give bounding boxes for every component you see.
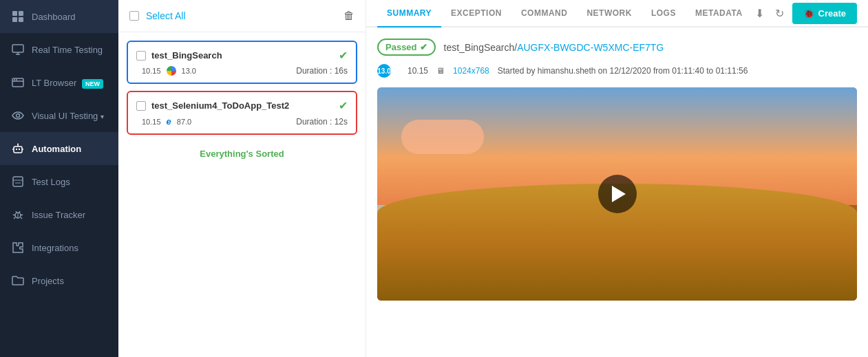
test-item-1[interactable]: test_BingSearch ✔ 10.15 13.0 Duration : … [127, 41, 357, 84]
sidebar-item-label-lt-browser: LT Browser NEW [32, 78, 103, 88]
svg-line-26 [14, 217, 15, 219]
svg-rect-19 [13, 177, 23, 186]
detail-tabs: SUMMARY EXCEPTION COMMAND NETWORK LOGS M… [366, 0, 868, 28]
sidebar-item-issue-tracker[interactable]: Issue Tracker [0, 198, 118, 231]
cloud-left [401, 120, 484, 154]
sidebar-item-projects[interactable]: Projects [0, 264, 118, 297]
sidebar-item-label-issue-tracker: Issue Tracker [32, 210, 85, 220]
test-item-2-os-version: 10.15 [142, 118, 161, 126]
svg-rect-4 [12, 45, 23, 52]
sidebar-item-label-automation: Automation [32, 144, 81, 154]
bug-create-icon: 🐞 [803, 8, 814, 19]
svg-point-11 [17, 114, 20, 118]
svg-rect-0 [12, 11, 17, 16]
eye-icon [11, 109, 25, 122]
everything-sorted-text: Everything's Sorted [127, 142, 357, 166]
chrome-icon-1 [167, 66, 176, 76]
sidebar-item-dashboard[interactable]: Dashboard [0, 0, 118, 33]
sidebar-item-lt-browser[interactable]: LT Browser NEW [0, 66, 118, 99]
sidebar-item-automation[interactable]: Automation [0, 132, 118, 165]
sidebar-item-label-real-time-testing: Real Time Testing [32, 45, 103, 55]
test-item-2-browser-version: 87.0 [177, 118, 191, 126]
svg-line-25 [21, 215, 23, 215]
test-item-1-status-icon: ✔ [339, 49, 348, 62]
test-item-1-os-version: 10.15 [142, 67, 161, 75]
test-result-meta: 13.0 10.15 🖥 1024x768 Started by himansh… [377, 64, 857, 78]
test-list-header: Select All 🗑 [118, 0, 366, 32]
svg-rect-1 [19, 11, 23, 16]
delete-button[interactable]: 🗑 [343, 10, 354, 22]
sidebar-item-integrations[interactable]: Integrations [0, 231, 118, 264]
test-item-2-duration: Duration : 12s [296, 117, 348, 127]
robot-icon [11, 142, 25, 155]
tab-actions: ⬇ ↻ 🐞 Create [752, 3, 857, 24]
svg-point-9 [14, 79, 15, 80]
passed-badge: Passed ✔ [377, 39, 436, 56]
svg-rect-12 [14, 147, 22, 153]
sidebar-item-label-dashboard: Dashboard [32, 12, 76, 22]
detail-content: Passed ✔ test_BingSearch/AUGFX-BWGDC-W5X… [366, 28, 868, 357]
tab-metadata[interactable]: METADATA [686, 0, 752, 28]
download-icon[interactable]: ⬇ [752, 4, 767, 23]
refresh-icon[interactable]: ↻ [772, 4, 787, 23]
ie-icon-2: e [167, 116, 171, 127]
test-result-link[interactable]: AUGFX-BWGDC-W5XMC-EF7TG [517, 42, 664, 53]
test-item-1-name: test_BingSearch [151, 50, 333, 61]
svg-point-16 [17, 144, 19, 145]
folder-icon [11, 274, 25, 288]
select-all-label: Select All [146, 10, 337, 21]
test-item-2-name: test_Selenium4_ToDoApp_Test2 [151, 100, 333, 111]
os-version-meta: 10.15 [407, 66, 428, 76]
svg-rect-2 [12, 17, 17, 22]
monitor-icon [11, 43, 25, 56]
svg-rect-3 [19, 17, 23, 22]
sidebar-item-label-test-logs: Test Logs [32, 177, 70, 187]
resolution-meta: 1024x768 [453, 66, 489, 76]
test-item-1-duration: Duration : 16s [296, 66, 348, 76]
video-play-button[interactable] [598, 175, 637, 213]
detail-panel: SUMMARY EXCEPTION COMMAND NETWORK LOGS M… [366, 0, 868, 357]
passed-check-icon: ✔ [420, 42, 427, 52]
test-item-1-checkbox[interactable] [136, 51, 146, 61]
started-by-meta: Started by himanshu.sheth on 12/12/2020 … [498, 66, 748, 76]
test-item-2-checkbox[interactable] [136, 101, 146, 111]
tab-network[interactable]: NETWORK [577, 0, 642, 28]
sidebar-item-label-integrations: Integrations [32, 243, 78, 253]
test-item-2[interactable]: test_Selenium4_ToDoApp_Test2 ✔ 10.15 e 8… [127, 91, 357, 135]
sidebar-item-real-time-testing[interactable]: Real Time Testing [0, 33, 118, 66]
tab-logs[interactable]: LOGS [642, 0, 686, 28]
sidebar-item-visual-ui-testing[interactable]: Visual UI Testing ▾ [0, 99, 118, 132]
test-item-2-status-icon: ✔ [339, 99, 348, 112]
create-button[interactable]: 🐞 Create [792, 3, 857, 24]
sidebar-item-label-visual-ui-testing: Visual UI Testing ▾ [32, 111, 104, 121]
test-list-body: test_BingSearch ✔ 10.15 13.0 Duration : … [118, 32, 366, 357]
bug-icon [11, 208, 25, 221]
tab-summary[interactable]: SUMMARY [377, 0, 441, 28]
svg-rect-13 [16, 149, 17, 150]
test-item-1-browser-version: 13.0 [182, 67, 196, 75]
svg-point-10 [16, 79, 17, 80]
test-list-panel: Select All 🗑 test_BingSearch ✔ 10.15 13.… [118, 0, 366, 357]
new-badge: NEW [82, 79, 103, 89]
box-icon [11, 175, 25, 188]
browser-version-circle: 13.0 [377, 64, 391, 78]
grid-icon [11, 10, 25, 23]
puzzle-icon [11, 241, 25, 255]
browser-icon [11, 76, 25, 89]
svg-line-27 [21, 217, 22, 219]
sidebar-item-label-projects: Projects [32, 276, 64, 286]
sidebar-item-test-logs[interactable]: Test Logs [0, 165, 118, 198]
svg-rect-14 [19, 149, 20, 150]
test-result-header: Passed ✔ test_BingSearch/AUGFX-BWGDC-W5X… [377, 39, 857, 56]
monitor-meta-icon: 🖥 [436, 66, 445, 76]
test-result-name: test_BingSearch/AUGFX-BWGDC-W5XMC-EF7TG [444, 42, 664, 53]
video-container [377, 87, 857, 301]
tab-exception[interactable]: EXCEPTION [441, 0, 511, 28]
svg-line-24 [13, 215, 15, 215]
tab-command[interactable]: COMMAND [511, 0, 578, 28]
sidebar: Dashboard Real Time Testing LT Browser N… [0, 0, 118, 357]
select-all-checkbox[interactable] [129, 11, 139, 21]
